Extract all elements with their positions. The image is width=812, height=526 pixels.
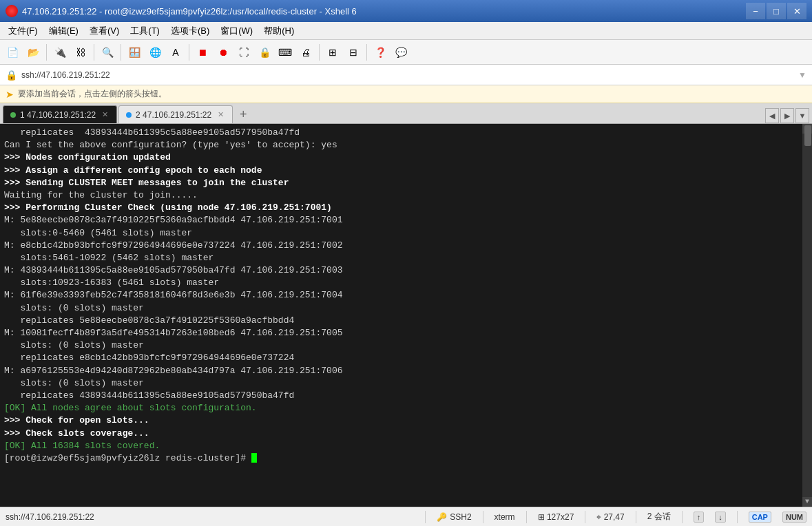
terminal-line: replicates 43893444b611395c5a88ee9105ad5… — [4, 390, 808, 402]
terminal-line-ok-slots: [OK] All nodes agree about slots configu… — [4, 402, 808, 414]
terminal-line: slots: (0 slots) master — [4, 339, 808, 352]
scroll-down-nav-button[interactable]: ↓ — [715, 512, 726, 523]
titlebar: 47.106.219.251:22 - root@izwz9ef5sjam9pv… — [0, 0, 812, 22]
terminal[interactable]: replicates 43893444b611395c5a88ee9105ad5… — [0, 124, 812, 507]
terminal-line: >>> Assign a different config epoch to e… — [4, 165, 808, 177]
cap-lock-indicator: CAP — [749, 512, 771, 523]
terminal-line: >>> Check for open slots... — [4, 414, 808, 427]
status-protocol-text: SSH2 — [450, 512, 471, 522]
menu-window[interactable]: 窗口(W) — [215, 23, 258, 39]
toolbar-globe[interactable]: 🌐 — [145, 43, 165, 62]
scroll-up-nav-button[interactable]: ↑ — [694, 512, 705, 523]
status-sep-4 — [585, 511, 585, 523]
toolbar-keyboard[interactable]: ⌨ — [275, 43, 295, 62]
menubar: 文件(F) 编辑(E) 查看(V) 工具(T) 选项卡(B) 窗口(W) 帮助(… — [0, 22, 812, 40]
toolbar-new-window[interactable]: 🪟 — [125, 43, 144, 62]
menu-help[interactable]: 帮助(H) — [258, 23, 300, 39]
terminal-line: replicates 5e88eecbe0878c3a7f4910225f536… — [4, 315, 808, 327]
toolbar-open[interactable]: 📂 — [23, 43, 43, 62]
status-sep-6 — [682, 511, 683, 523]
terminal-line: M: e8cb1c42bb93bfcfc9f972964944696e0e737… — [4, 240, 808, 252]
terminal-line: >>> Nodes configuration updated — [4, 151, 808, 164]
toolbar-font[interactable]: A — [166, 43, 185, 62]
app-icon — [6, 5, 18, 17]
tab-2-close-button[interactable]: ✕ — [216, 110, 225, 120]
tab-1-close-button[interactable]: ✕ — [100, 110, 110, 120]
status-sep-2 — [483, 511, 483, 523]
lock-icon: 🔒 — [6, 70, 17, 81]
menu-file[interactable]: 文件(F) — [3, 23, 43, 39]
terminal-line: slots: (0 slots) master — [4, 377, 808, 390]
toolbar-layout2[interactable]: ⊟ — [344, 43, 363, 62]
toolbar: 📄 📂 🔌 ⛓ 🔍 🪟 🌐 A ⏹ ⏺ ⛶ 🔒 ⌨ 🖨 ⊞ ⊟ ❓ 💬 — [0, 40, 812, 65]
tab-2[interactable]: 2 47.106.219.251:22 ✕ — [118, 105, 233, 123]
status-size: ⊞ 127x27 — [538, 512, 574, 522]
toolbar-sep-3 — [121, 44, 121, 61]
terminal-scrollbar[interactable]: ▲ ▼ — [802, 124, 812, 507]
status-sessions: 2 会话 — [647, 511, 671, 523]
toolbar-new-session[interactable]: 📄 — [3, 43, 22, 62]
dropdown-arrow-icon[interactable]: ▼ — [798, 70, 806, 80]
menu-edit[interactable]: 编辑(E) — [43, 23, 84, 39]
toolbar-fullscreen[interactable]: ⛶ — [234, 43, 253, 62]
toolbar-chat[interactable]: 💬 — [391, 43, 410, 62]
maximize-button[interactable]: □ — [767, 3, 786, 19]
tab-add-button[interactable]: + — [234, 105, 252, 123]
num-lock-indicator: NUM — [782, 512, 806, 523]
toolbar-print[interactable]: 🖨 — [296, 43, 315, 62]
scroll-thumb[interactable] — [804, 125, 811, 146]
tab-scroll-right-button[interactable]: ▶ — [780, 108, 794, 123]
status-address: ssh://47.106.219.251:22 — [6, 512, 94, 522]
terminal-line: M: 43893444b611395c5a88ee9105ad577950ba4… — [4, 264, 808, 277]
toolbar-stop[interactable]: ⏹ — [193, 43, 212, 62]
menu-tools[interactable]: 工具(T) — [125, 23, 165, 39]
toolbar-sep-4 — [189, 44, 189, 61]
status-sep-3 — [526, 511, 527, 523]
toolbar-help[interactable]: ❓ — [371, 43, 390, 62]
close-button[interactable]: ✕ — [787, 3, 806, 19]
toolbar-sep-6 — [366, 44, 367, 61]
terminal-line: slots: (0 slots) master — [4, 302, 808, 315]
terminal-line: M: 5e88eecbe0878c3a7f4910225f5360a9acfbb… — [4, 214, 808, 227]
tab-1-status-dot — [10, 112, 16, 118]
terminal-line: M: 10081fecff4b89f3a5dfe495314b7263e108b… — [4, 327, 808, 339]
terminal-line: slots:5461-10922 (5462 slots) master — [4, 252, 808, 264]
status-protocol: 🔑 SSH2 — [437, 512, 471, 522]
toolbar-sep-1 — [46, 44, 47, 61]
toolbar-layout[interactable]: ⊞ — [323, 43, 342, 62]
toolbar-search[interactable]: 🔍 — [98, 43, 117, 62]
toolbar-record[interactable]: ⏺ — [214, 43, 233, 62]
terminal-line: >>> Sending CLUSTER MEET messages to joi… — [4, 177, 808, 189]
terminal-line: Waiting for the cluster to join..... — [4, 189, 808, 202]
infobar: ➤ 要添加当前会话，点击左侧的箭头按钮。 — [0, 85, 812, 103]
status-sep-7 — [737, 511, 738, 523]
terminal-line: >>> Performing Cluster Check (using node… — [4, 202, 808, 214]
statusbar: ssh://47.106.219.251:22 🔑 SSH2 xterm ⊞ 1… — [0, 507, 812, 526]
terminal-line: M: 61f6e39e3393feb52c74f3581816046f8d3e6… — [4, 289, 808, 302]
scroll-down-button[interactable]: ▼ — [802, 497, 812, 507]
status-position: ⌖ 27,47 — [596, 512, 624, 522]
minimize-button[interactable]: − — [746, 3, 765, 19]
tab-1[interactable]: 1 47.106.219.251:22 ✕ — [3, 105, 117, 123]
address-text[interactable]: ssh://47.106.219.251:22 — [21, 70, 798, 80]
menu-view[interactable]: 查看(V) — [84, 23, 125, 39]
terminal-line: slots:10923-16383 (5461 slots) master — [4, 277, 808, 289]
toolbar-sep-2 — [94, 44, 94, 61]
terminal-line: M: a6976125553e4d94240d872962be80ab434d7… — [4, 365, 808, 377]
tab-menu-button[interactable]: ▼ — [795, 108, 809, 123]
tab-2-label: 2 47.106.219.251:22 — [136, 110, 211, 120]
terminal-cursor — [251, 453, 257, 463]
toolbar-lock[interactable]: 🔒 — [255, 43, 274, 62]
status-encoding: xterm — [495, 512, 515, 522]
toolbar-sep-5 — [319, 44, 320, 61]
terminal-line: >>> Check slots coverage... — [4, 428, 808, 440]
terminal-line: replicates e8cb1c42bb93bfcfc9f9729649446… — [4, 352, 808, 364]
key-icon: 🔑 — [437, 512, 447, 522]
tab-scroll-left-button[interactable]: ◀ — [765, 108, 779, 123]
toolbar-connect[interactable]: 🔌 — [50, 43, 70, 62]
terminal-line-ok-coverage: [OK] All 16384 slots covered. — [4, 440, 808, 452]
infobar-text: 要添加当前会话，点击左侧的箭头按钮。 — [18, 88, 167, 100]
toolbar-disconnect[interactable]: ⛓ — [71, 43, 90, 62]
tab-2-status-dot — [126, 112, 132, 118]
menu-tabs[interactable]: 选项卡(B) — [165, 23, 215, 39]
